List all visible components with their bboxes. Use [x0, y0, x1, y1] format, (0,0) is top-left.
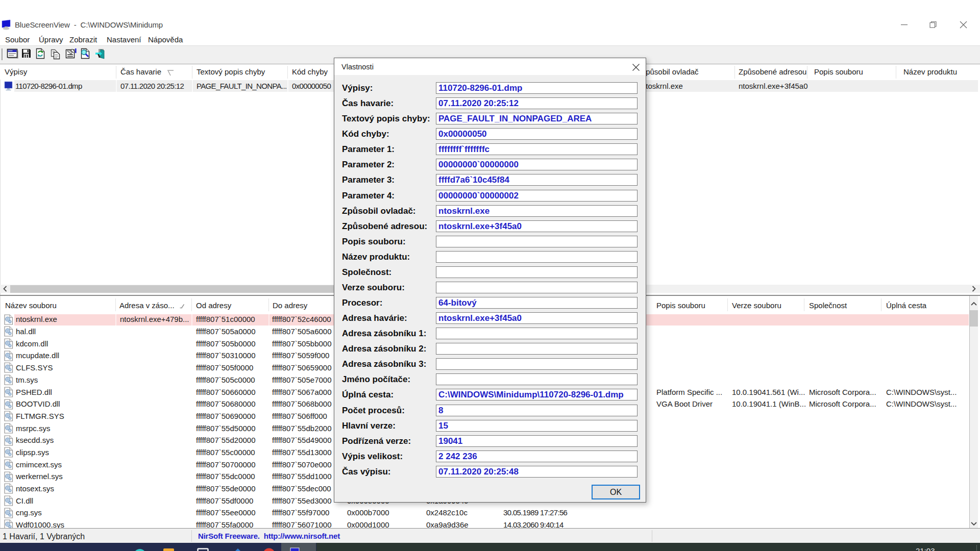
svg-text:21:03: 21:03	[916, 546, 935, 551]
